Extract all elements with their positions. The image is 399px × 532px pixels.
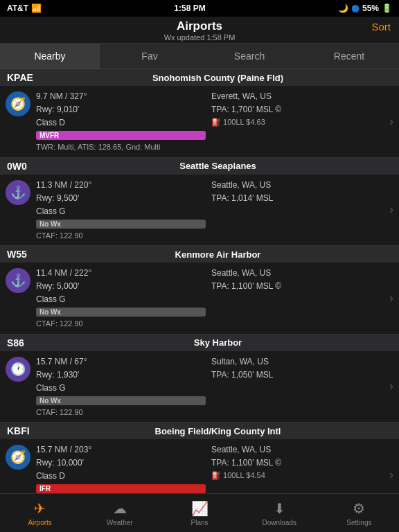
nm-label: 15.7 NM / 67° <box>36 355 206 368</box>
tab-bar: Nearby Fav Search Recent <box>0 44 399 69</box>
bluetooth-icon: 🔵 <box>351 5 360 12</box>
page-header: Airports Wx updated 1:58 PM Sort <box>0 17 399 44</box>
status-bar: AT&T 📶 1:58 PM 🌙 🔵 55% 🔋 <box>0 0 399 17</box>
icon-symbol: ⚓ <box>10 185 26 200</box>
airport-icon: 🧭 <box>6 91 30 116</box>
tpa-label: TPA: 1,100' MSL © <box>211 280 381 292</box>
airport-entry[interactable]: KPAE Snohomish County (Paine Fld) 🧭 9.7 … <box>0 69 399 158</box>
location-label: Seattle, WA, US <box>211 267 381 279</box>
page-title: Airports <box>0 19 399 33</box>
nav-weather-label: Weather <box>107 519 133 526</box>
airport-full-name: Seattle Seaplanes <box>44 161 392 171</box>
airport-left-info: 11.4 NM / 222° Rwy: 5,000' Class G No Wx… <box>36 267 206 330</box>
airport-details-row[interactable]: ⚓ 11.4 NM / 222° Rwy: 5,000' Class G No … <box>0 263 399 334</box>
tab-nearby[interactable]: Nearby <box>0 44 100 69</box>
twr-label: TWR: Multi, ATIS: 128.65, Gnd: Multi <box>36 141 206 153</box>
nav-settings[interactable]: ⚙ Settings <box>319 494 399 532</box>
airport-code: KBFI <box>7 425 38 436</box>
nav-plans-label: Plans <box>191 519 209 526</box>
nav-settings-label: Settings <box>346 519 371 526</box>
weather-badge: IFR <box>36 484 206 493</box>
rwy-label: Rwy: 5,000' <box>36 280 206 292</box>
icon-symbol: ⚓ <box>10 273 26 288</box>
wx-updated-label: Wx updated 1:58 PM <box>0 33 399 42</box>
airport-name-row: KBFI Boeing Field/King County Intl <box>0 423 399 439</box>
bottom-nav: ✈ Airports ☁ Weather 📈 Plans ⬇ Downloads… <box>0 493 399 532</box>
class-label: Class D <box>36 116 206 129</box>
tab-search[interactable]: Search <box>200 44 299 69</box>
nav-weather[interactable]: ☁ Weather <box>80 494 159 532</box>
airport-full-name: Kenmore Air Harbor <box>44 249 392 260</box>
plans-icon: 📈 <box>191 500 209 517</box>
settings-icon: ⚙ <box>353 500 365 517</box>
tab-fav[interactable]: Fav <box>100 44 200 69</box>
class-label: Class D <box>36 470 206 482</box>
fuel-label: ⛽ 100LL $4.63 <box>211 116 381 128</box>
rwy-label: Rwy: 10,000' <box>36 456 206 469</box>
airport-code: 0W0 <box>7 161 38 172</box>
class-label: Class G <box>36 382 206 394</box>
nav-airports[interactable]: ✈ Airports <box>0 494 80 532</box>
airport-left-info: 9.7 NM / 327° Rwy: 9,010' Class D MVFR T… <box>36 90 206 153</box>
airport-name-row: S86 Sky Harbor <box>0 335 399 351</box>
status-left: AT&T 📶 <box>7 3 42 13</box>
tpa-label: TPA: 1,014' MSL <box>211 192 381 204</box>
airport-icon: ⚓ <box>6 180 30 205</box>
status-time: 1:58 PM <box>174 3 205 13</box>
airports-icon: ✈ <box>34 500 46 517</box>
moon-icon: 🌙 <box>338 3 348 13</box>
weather-badge: No Wx <box>36 220 206 229</box>
airport-name-row: KPAE Snohomish County (Paine Fld) <box>0 69 399 86</box>
tab-recent[interactable]: Recent <box>299 44 399 69</box>
chevron-right-icon: › <box>387 179 393 242</box>
chevron-right-icon: › <box>387 90 393 153</box>
airport-entry[interactable]: S86 Sky Harbor 🕐 15.7 NM / 67° Rwy: 1,93… <box>0 335 399 423</box>
airport-icon: ⚓ <box>6 268 30 293</box>
battery-icon: 🔋 <box>382 3 392 13</box>
airport-right-info: Seattle, WA, US TPA: 1,100' MSL © <box>211 267 381 330</box>
nav-downloads[interactable]: ⬇ Downloads <box>240 494 319 532</box>
airport-left-info: 11.3 NM / 220° Rwy: 9,500' Class G No Wx… <box>36 179 206 242</box>
nav-downloads-label: Downloads <box>262 519 296 526</box>
nav-plans[interactable]: 📈 Plans <box>159 494 239 532</box>
airport-entry[interactable]: W55 Kenmore Air Harbor ⚓ 11.4 NM / 222° … <box>0 246 399 335</box>
weather-badge: No Wx <box>36 308 206 317</box>
weather-badge: No Wx <box>36 396 206 405</box>
airport-entry[interactable]: 0W0 Seattle Seaplanes ⚓ 11.3 NM / 220° R… <box>0 158 399 247</box>
rwy-label: Rwy: 9,500' <box>36 192 206 204</box>
airport-full-name: Snohomish County (Paine Fld) <box>44 73 392 83</box>
airport-details-row[interactable]: 🧭 9.7 NM / 327° Rwy: 9,010' Class D MVFR… <box>0 86 399 157</box>
airport-left-info: 15.7 NM / 67° Rwy: 1,930' Class G No Wx … <box>36 355 206 418</box>
nm-label: 11.4 NM / 222° <box>36 267 206 279</box>
twr-label: CTAF: 122.90 <box>36 407 206 418</box>
airport-name-row: W55 Kenmore Air Harbor <box>0 246 399 263</box>
location-label: Seattle, WA, US <box>211 443 381 456</box>
nav-airports-label: Airports <box>28 519 51 526</box>
nm-label: 15.7 NM / 203° <box>36 443 206 456</box>
twr-label: CTAF: 122.90 <box>36 230 206 242</box>
airport-right-info: Sultan, WA, US TPA: 1,050' MSL <box>211 355 381 418</box>
rwy-label: Rwy: 9,010' <box>36 103 206 116</box>
airport-details-row[interactable]: ⚓ 11.3 NM / 220° Rwy: 9,500' Class G No … <box>0 175 399 246</box>
location-label: Seattle, WA, US <box>211 179 381 191</box>
class-label: Class G <box>36 205 206 218</box>
location-label: Everett, WA, US <box>211 90 381 103</box>
airport-details-row[interactable]: 🕐 15.7 NM / 67° Rwy: 1,930' Class G No W… <box>0 351 399 423</box>
nm-label: 11.3 NM / 220° <box>36 179 206 191</box>
weather-icon: ☁ <box>113 500 127 517</box>
airport-right-info: Everett, WA, US TPA: 1,700' MSL © ⛽ 100L… <box>211 90 381 153</box>
icon-symbol: 🧭 <box>10 450 26 465</box>
airport-code: KPAE <box>7 72 38 83</box>
status-right: 🌙 🔵 55% 🔋 <box>338 3 392 13</box>
tpa-label: TPA: 1,700' MSL © <box>211 103 381 116</box>
twr-label: CTAF: 122.90 <box>36 318 206 330</box>
sort-button[interactable]: Sort <box>371 21 391 33</box>
carrier-label: AT&T <box>7 3 28 13</box>
fuel-label: ⛽ 100LL $4.54 <box>211 470 381 481</box>
airport-name-row: 0W0 Seattle Seaplanes <box>0 158 399 175</box>
downloads-icon: ⬇ <box>274 500 285 517</box>
icon-symbol: 🧭 <box>10 96 26 112</box>
airport-right-info: Seattle, WA, US TPA: 1,014' MSL <box>211 179 381 242</box>
location-label: Sultan, WA, US <box>211 355 381 368</box>
airport-code: W55 <box>7 249 38 260</box>
